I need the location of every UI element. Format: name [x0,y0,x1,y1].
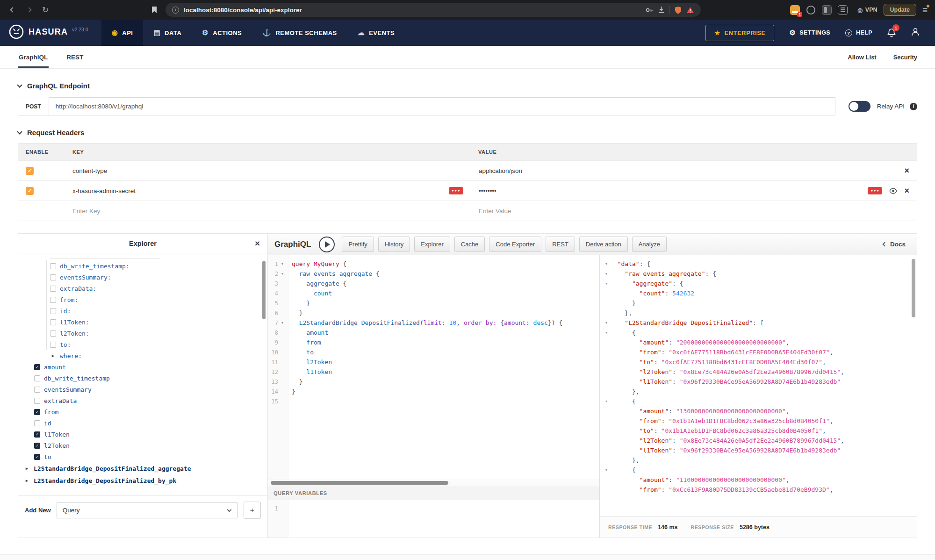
forward-icon[interactable] [24,8,34,12]
explorer-item-id[interactable]: id [34,417,267,429]
explorer-item-amount[interactable]: ✓amount [34,361,267,373]
relay-api-toggle[interactable] [849,101,870,112]
explorer-checkbox[interactable] [50,330,56,337]
fold-icon[interactable]: ▾ [603,318,610,328]
expand-arrow-icon[interactable]: ▶ [50,353,56,358]
explorer-item-where[interactable]: ▶where: [46,350,267,361]
bookmark-icon[interactable] [149,6,159,14]
fold-icon[interactable]: ▾ [603,396,610,406]
download-icon[interactable] [658,6,665,14]
explorer-close-icon[interactable]: × [255,238,260,249]
remove-header-icon[interactable]: × [904,187,909,195]
header-value[interactable]: application/json [479,167,522,174]
vpn-indicator[interactable]: ◎ VPN [857,7,877,14]
explorer-checkbox[interactable]: ✓ [34,364,40,370]
update-button[interactable]: Update [884,4,916,16]
secret-badge[interactable]: ●●● [868,187,882,194]
fold-icon[interactable]: ▾ [278,321,287,325]
query-editor[interactable]: 1▾2▾34567▾89101112131415 query MyQuery {… [268,255,599,480]
expand-arrow-icon[interactable]: ▶ [24,478,30,483]
explorer-checkbox[interactable]: ✓ [34,443,40,449]
explorer-button[interactable]: Explorer [414,237,450,252]
warning-icon[interactable] [686,7,694,14]
explorer-item-l2standardbridge-depositfinalized-aggregate[interactable]: ▶L2StandardBridge_DepositFinalized_aggre… [24,462,267,474]
explorer-checkbox[interactable] [50,263,56,269]
settings-link[interactable]: ⚙ SETTINGS [789,29,830,37]
prettify-button[interactable]: Prettify [342,237,374,252]
explorer-item-extradata[interactable]: extraData: [50,283,267,294]
graphql-endpoint-input[interactable]: http://localhost:8080/v1/graphql [49,97,835,115]
explorer-checkbox[interactable]: ✓ [34,409,40,415]
explorer-checkbox[interactable] [50,297,56,303]
explorer-checkbox[interactable] [34,387,40,393]
adblock-shield-icon[interactable] [675,6,682,14]
subnav-link-security[interactable]: Security [893,54,917,61]
explorer-item-to[interactable]: to: [50,339,267,350]
nav-tab-data[interactable]: ▤DATA [143,20,192,46]
secret-badge[interactable]: ●●● [449,187,463,194]
reload-icon[interactable]: ↻ [40,5,50,15]
explorer-checkbox[interactable] [50,286,56,292]
explorer-checkbox[interactable] [34,420,40,426]
explorer-checkbox[interactable] [34,375,40,381]
fold-icon[interactable]: ▾ [278,262,287,266]
analyze-button[interactable]: Analyze [632,237,667,252]
explorer-item-l2standardbridge-depositfinalized-by-pk[interactable]: ▶L2StandardBridge_DepositFinalized_by_pk [24,474,267,487]
explorer-checkbox[interactable] [34,398,40,404]
operation-type-select[interactable]: Query [57,502,238,518]
fold-icon[interactable]: ▾ [603,328,610,337]
nav-tab-actions[interactable]: ⚙ACTIONS [192,20,252,46]
nav-tab-remote-schemas[interactable]: ⚓REMOTE SCHEMAS [252,20,347,46]
explorer-item-eventssummary[interactable]: eventsSummary [34,384,267,395]
browser-menu-icon[interactable]: ≡ [922,6,928,14]
explorer-checkbox[interactable]: ✓ [34,454,40,460]
endpoint-section-header[interactable]: GraphQL Endpoint [18,82,917,90]
new-header-value-input[interactable]: Enter Value [479,208,511,215]
explorer-checkbox[interactable] [50,308,56,314]
back-icon[interactable] [7,8,18,12]
header-key[interactable]: x-hasura-admin-secret [72,187,136,194]
explorer-checkbox[interactable] [50,342,56,348]
explorer-item-eventssummary[interactable]: eventsSummary: [50,272,267,283]
explorer-item-id[interactable]: id: [50,305,267,316]
code-exporter-button[interactable]: Code Exporter [489,237,541,252]
user-menu-button[interactable] [911,27,920,38]
header-enable-checkbox[interactable]: ✓ [26,167,34,175]
password-key-icon[interactable] [645,6,653,14]
explorer-scrollbar[interactable] [262,261,266,319]
rest-button[interactable]: REST [546,237,575,252]
explorer-item-l2token[interactable]: l2Token: [50,328,267,339]
explorer-checkbox[interactable]: ✓ [34,431,40,438]
fold-icon[interactable]: ▾ [278,272,287,276]
explorer-item-db-write-timestamp[interactable]: db_write_timestamp [34,373,267,384]
eye-icon[interactable] [889,188,897,194]
add-operation-button[interactable]: + [244,502,261,519]
request-headers-section-header[interactable]: Request Headers [18,129,917,136]
hscroll-thumb[interactable] [271,481,448,485]
notifications-button[interactable]: 1 [887,28,896,37]
extension-icon-sidepanel[interactable] [822,5,832,15]
fold-icon[interactable]: ▾ [603,269,610,279]
explorer-item-from[interactable]: from: [50,294,267,305]
header-enable-checkbox[interactable]: ✓ [26,187,34,195]
extension-icon-sync[interactable] [806,5,816,15]
fold-icon[interactable]: ▾ [603,279,610,288]
response-scrollbar[interactable] [912,259,915,317]
explorer-item-db-write-timestamp[interactable]: db_write_timestamp: [50,260,267,272]
hasura-logo-wrap[interactable]: HASURA v2.23.0 [8,24,88,42]
explorer-item-from[interactable]: ✓from [34,406,267,417]
explorer-item-l2token[interactable]: ✓l2Token [34,440,267,451]
explorer-item-l1token[interactable]: l1Token: [50,316,267,328]
extension-icon-reader[interactable] [838,5,848,15]
explorer-checkbox[interactable] [50,274,56,280]
cache-button[interactable]: Cache [454,237,485,252]
explorer-item-extradata[interactable]: extraData [34,395,267,406]
remove-header-icon[interactable]: × [904,166,909,175]
new-header-key-input[interactable]: Enter Key [72,208,100,215]
explorer-item-l1token[interactable]: ✓l1Token [34,429,267,440]
subnav-link-allow-list[interactable]: Allow List [848,54,876,61]
subnav-tab-graphiql[interactable]: GraphiQL [18,46,49,68]
query-variables-header[interactable]: QUERY VARIABLES [268,486,599,500]
expand-arrow-icon[interactable]: ▶ [24,466,30,471]
extension-icon-chat[interactable]: 1 [790,5,800,15]
